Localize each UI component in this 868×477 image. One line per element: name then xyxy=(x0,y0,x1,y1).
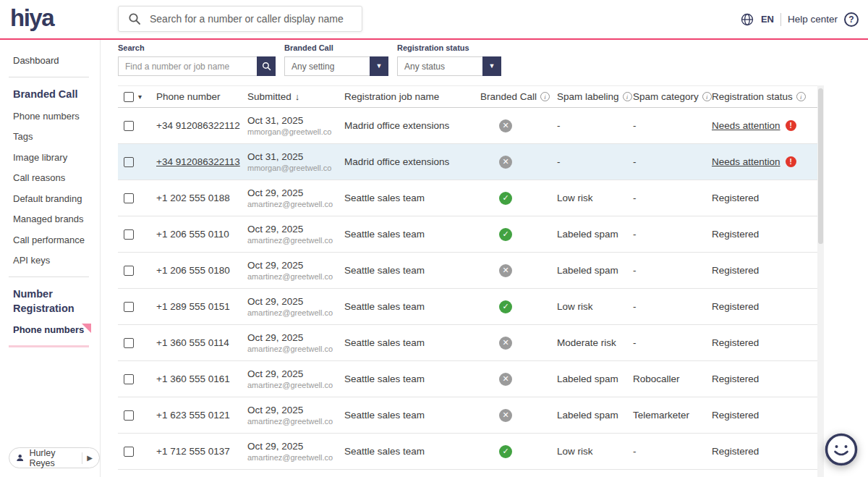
registration-status-select[interactable]: Any status xyxy=(397,56,482,76)
chevron-right-icon[interactable]: ▶ xyxy=(87,454,93,462)
sidebar-item-default-branding[interactable]: Default branding xyxy=(13,193,100,204)
table-row[interactable]: +1 623 555 0121Oct 29, 2025amartinez@gre… xyxy=(118,397,817,434)
table-row[interactable]: +34 912086322113Oct 31, 2025mmorgan@gree… xyxy=(118,144,817,180)
branded-call-select[interactable]: Any setting xyxy=(284,56,370,76)
user-chip-divider xyxy=(82,452,82,464)
table-row[interactable]: +34 912086322112Oct 31, 2025mmorgan@gree… xyxy=(118,108,817,144)
help-icon[interactable]: ? xyxy=(844,12,859,27)
spam-labeling: Low risk xyxy=(557,446,633,457)
phone-number-link[interactable]: +34 912086322113 xyxy=(156,156,240,167)
language-label[interactable]: EN xyxy=(761,14,774,25)
branded-call-cell: ✕ xyxy=(480,373,557,386)
table-row[interactable]: +1 202 555 0188Oct 29, 2025amartinez@gre… xyxy=(118,180,817,216)
sidebar-item-tags[interactable]: Tags xyxy=(13,131,100,142)
filter-search-input[interactable] xyxy=(118,56,257,76)
sidebar-item-api-keys[interactable]: API keys xyxy=(13,255,100,266)
phone-number-cell: +1 623 555 0121 xyxy=(156,410,247,421)
sort-desc-icon[interactable]: ↓ xyxy=(295,91,300,102)
branded-call-cell: ✕ xyxy=(480,264,557,277)
row-checkbox[interactable] xyxy=(124,229,134,240)
submitted-date: Oct 31, 2025 xyxy=(247,115,344,126)
branded-call-cell: ✓ xyxy=(480,228,557,241)
registration-job-name: Seattle sales team xyxy=(344,193,480,203)
table-row[interactable]: +1 206 555 0180Oct 29, 2025amartinez@gre… xyxy=(118,253,817,289)
registration-job-name: Seattle sales team xyxy=(344,229,480,240)
column-label: Spam labeling xyxy=(557,91,619,102)
table-row[interactable]: +1 360 555 0161Oct 29, 2025amartinez@gre… xyxy=(118,361,817,397)
global-search-input[interactable] xyxy=(148,12,362,25)
table-body: +34 912086322112Oct 31, 2025mmorgan@gree… xyxy=(118,108,817,470)
row-checkbox[interactable] xyxy=(124,338,134,348)
user-menu[interactable]: Hurley Reyes ▶ xyxy=(9,447,100,468)
row-checkbox[interactable] xyxy=(124,121,134,131)
help-center-link[interactable]: Help center xyxy=(788,14,838,25)
registration-job-name: Seattle sales team xyxy=(344,301,480,312)
row-checkbox[interactable] xyxy=(124,410,134,421)
vertical-scrollbar[interactable] xyxy=(817,85,824,477)
submitted-cell: Oct 29, 2025amartinez@greetwell.co xyxy=(247,441,344,462)
row-checkbox[interactable] xyxy=(124,157,134,167)
phone-number-link[interactable]: +1 206 555 0110 xyxy=(156,229,229,240)
registration-status[interactable]: Needs attention xyxy=(712,120,780,131)
registration-status[interactable]: Needs attention xyxy=(712,156,780,167)
sidebar-item-managed-brands[interactable]: Managed brands xyxy=(13,214,100,224)
chevron-down-icon: ▼ xyxy=(376,63,383,69)
row-checkbox[interactable] xyxy=(124,302,134,312)
global-search-bar[interactable] xyxy=(118,6,362,32)
user-name: Hurley Reyes xyxy=(29,448,77,468)
column-header-submitted[interactable]: Submitted↓ xyxy=(247,91,344,102)
table-row[interactable]: +1 360 555 0114Oct 29, 2025amartinez@gre… xyxy=(118,325,817,361)
info-icon[interactable]: i xyxy=(702,92,712,101)
hiya-logo[interactable]: hiya xyxy=(10,4,54,32)
table-row[interactable]: +1 712 555 0137Oct 29, 2025amartinez@gre… xyxy=(118,434,817,470)
sidebar-item-dashboard[interactable]: Dashboard xyxy=(13,55,100,66)
phone-number-link[interactable]: +1 623 555 0121 xyxy=(156,410,230,421)
phone-number-link[interactable]: +1 360 555 0114 xyxy=(156,337,229,348)
search-icon xyxy=(262,62,271,71)
chat-widget-button[interactable] xyxy=(824,432,859,467)
info-icon[interactable]: i xyxy=(623,92,632,101)
sidebar-item-image-library[interactable]: Image library xyxy=(13,152,100,163)
row-checkbox[interactable] xyxy=(124,266,134,276)
selection-menu-chevron-icon[interactable]: ▾ xyxy=(138,93,142,101)
branded-call-enabled-icon: ✓ xyxy=(499,300,512,313)
spam-labeling: - xyxy=(557,120,633,131)
phone-number-link[interactable]: +1 202 555 0188 xyxy=(156,193,230,203)
spam-labeling: Low risk xyxy=(557,193,633,203)
filter-search-group: Search xyxy=(118,43,276,76)
active-item-marker-icon xyxy=(82,324,91,333)
info-icon[interactable]: i xyxy=(540,92,550,101)
sidebar-item-phone-numbers[interactable]: Phone numbers xyxy=(13,111,100,122)
row-checkbox[interactable] xyxy=(124,374,134,384)
spam-category: - xyxy=(633,229,712,240)
phone-number-link[interactable]: +1 712 555 0137 xyxy=(156,446,230,457)
phone-number-link[interactable]: +1 360 555 0161 xyxy=(156,373,230,384)
select-all-checkbox[interactable] xyxy=(124,92,134,102)
sidebar-item-call-reasons[interactable]: Call reasons xyxy=(13,172,100,183)
info-icon[interactable]: i xyxy=(796,92,806,101)
row-checkbox[interactable] xyxy=(124,193,134,203)
chat-smiley-icon xyxy=(824,432,859,467)
filter-search-button[interactable] xyxy=(257,56,276,76)
sidebar-item-registration-phone-numbers[interactable]: Phone numbers xyxy=(13,324,91,335)
table-row[interactable]: +1 289 555 0151Oct 29, 2025amartinez@gre… xyxy=(118,289,817,325)
user-icon xyxy=(15,452,25,463)
submitter-email: amartinez@greetwell.co xyxy=(247,381,344,389)
column-label: Branded Call xyxy=(480,91,537,102)
phone-number-link[interactable]: +1 206 555 0180 xyxy=(156,265,230,276)
registration-status-select-button[interactable]: ▼ xyxy=(482,56,501,76)
table-row[interactable]: +1 206 555 0110Oct 29, 2025amartinez@gre… xyxy=(118,216,817,253)
branded-call-disabled-icon: ✕ xyxy=(499,156,512,169)
spam-labeling: Labeled spam xyxy=(557,410,633,421)
phone-number-link[interactable]: +1 289 555 0151 xyxy=(156,301,230,312)
sidebar-item-call-performance[interactable]: Call performance xyxy=(13,235,100,245)
spam-labeling: Labeled spam xyxy=(557,229,633,240)
globe-icon[interactable] xyxy=(740,12,754,27)
branded-call-selected-value: Any setting xyxy=(292,62,334,72)
phone-number-link[interactable]: +34 912086322112 xyxy=(156,120,240,131)
branded-call-select-button[interactable]: ▼ xyxy=(370,56,388,76)
registration-status: Registered xyxy=(712,373,759,384)
scrollbar-thumb[interactable] xyxy=(818,88,823,244)
column-header-phone-number: Phone number xyxy=(156,91,247,102)
row-checkbox[interactable] xyxy=(124,447,134,457)
